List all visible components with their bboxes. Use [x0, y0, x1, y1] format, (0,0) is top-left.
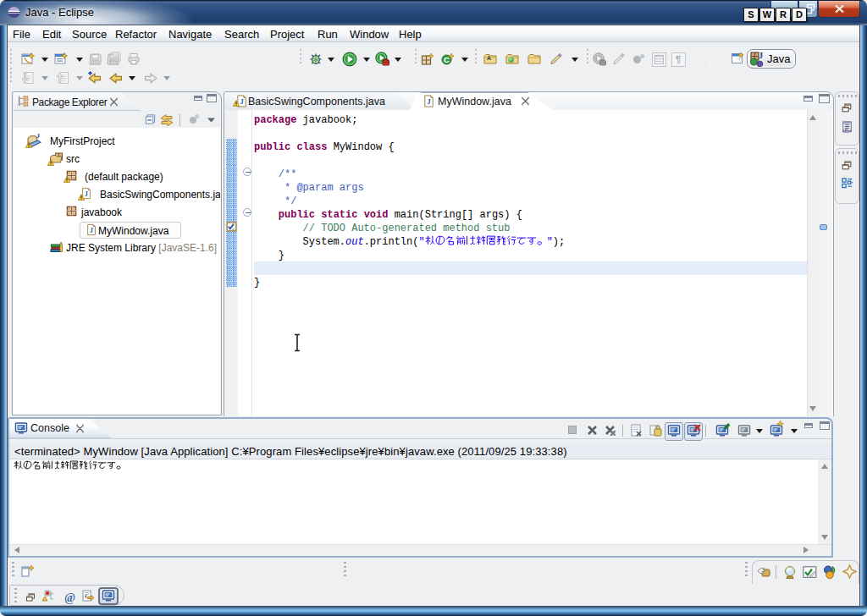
svg-text:J: J [759, 51, 764, 60]
